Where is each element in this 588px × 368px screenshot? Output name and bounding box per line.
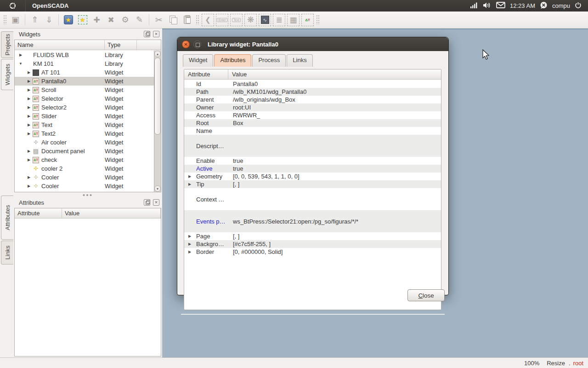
edit-widget-icon[interactable]: ✎ xyxy=(133,13,146,27)
dock-close-icon[interactable]: ✕ xyxy=(153,199,159,206)
values-element-icon[interactable]: ΔT xyxy=(301,14,314,26)
dialog-attr-row[interactable]: AccessRWRWR_ xyxy=(184,111,441,119)
expander-icon[interactable]: ▶ xyxy=(188,182,191,186)
dialog-close-icon[interactable]: ✕ xyxy=(182,40,190,48)
tree-row[interactable]: ✣Air coolerWidget xyxy=(15,138,154,147)
scroll-up-icon[interactable]: ▲ xyxy=(154,51,161,57)
dialog-col-value[interactable]: Value xyxy=(228,69,250,79)
sidebar-tab-projects[interactable]: Projects xyxy=(1,31,13,58)
widget-properties-icon[interactable]: ⚙ xyxy=(119,13,132,27)
expander-icon[interactable]: ▶ xyxy=(27,105,31,109)
tree-row[interactable]: ▶✣CoolerWidget xyxy=(15,173,154,182)
expander-icon[interactable]: ▶ xyxy=(188,234,191,238)
power-icon[interactable] xyxy=(575,2,582,10)
new-library-icon[interactable]: ★ xyxy=(62,13,75,27)
widgets-tree-scrollbar[interactable]: ▲ ▼ xyxy=(154,51,161,192)
sidebar-tab-links[interactable]: Links xyxy=(1,241,13,264)
tree-row[interactable]: ▶ΔTSelectorWidget xyxy=(15,94,154,103)
dialog-attr-row[interactable]: ▶Backgro…[#c7c5ff-255, ] xyxy=(184,240,441,248)
dialog-tab-widget[interactable]: Widget xyxy=(183,54,213,67)
sidebar-tab-widgets[interactable]: Widgets xyxy=(1,59,13,90)
dialog-attr-row[interactable]: RootBox xyxy=(184,119,441,127)
expander-icon[interactable]: ▶ xyxy=(18,53,23,57)
tree-row[interactable]: ✣cooler 2Widget xyxy=(15,164,154,173)
expander-icon[interactable]: ▶ xyxy=(27,175,31,179)
close-button[interactable]: Close xyxy=(407,289,445,301)
tree-row[interactable]: ▶FLUIDS WLBLibrary xyxy=(15,51,154,59)
tree-row[interactable]: ▼KM 101Library xyxy=(15,59,154,68)
tree-row[interactable]: ▶ΔTTextWidget xyxy=(15,121,154,129)
sidebar-tab-attributes[interactable]: Attributes xyxy=(1,196,13,240)
tree-row[interactable]: ▶ΔTPantalla0Widget xyxy=(15,77,154,86)
attr-header-value[interactable]: Value xyxy=(62,208,161,218)
form-element-icon[interactable]: Enter xyxy=(216,14,228,26)
tree-row[interactable]: ▶ΔTScrollWidget xyxy=(15,86,154,94)
save-to-db-icon[interactable]: ⇓ xyxy=(42,13,56,27)
attr-header-attribute[interactable]: Attribute xyxy=(15,208,62,218)
dialog-maximize-icon[interactable] xyxy=(193,40,201,48)
expander-icon[interactable]: ▶ xyxy=(27,123,31,127)
scroll-thumb[interactable] xyxy=(154,58,161,135)
session-user[interactable]: compu xyxy=(552,2,570,9)
expander-icon[interactable]: ▶ xyxy=(27,149,31,153)
expander-icon[interactable]: ▶ xyxy=(27,114,31,118)
dialog-tab-attributes[interactable]: Attributes xyxy=(214,54,251,67)
diagram-element-icon[interactable]: ∿ xyxy=(259,14,271,26)
protocol-element-icon[interactable]: ≣ xyxy=(273,14,285,26)
toolbar-handle[interactable] xyxy=(3,15,7,25)
tree-row[interactable]: ▶ΔTcheckWidget xyxy=(15,155,154,164)
dialog-attr-row[interactable]: Path/wlb_KM101/wdg_Pantalla0 xyxy=(184,88,441,96)
dialog-attr-row[interactable]: Enabletrue xyxy=(184,157,441,165)
dialog-attr-row[interactable]: Parent/wlb_originals/wdg_Box xyxy=(184,96,441,104)
expander-icon[interactable]: ▶ xyxy=(27,70,31,75)
dialog-attr-row[interactable]: ▶Page[, ] xyxy=(184,232,441,240)
expander-icon[interactable]: ▶ xyxy=(188,250,191,254)
expander-icon[interactable]: ▶ xyxy=(27,158,31,162)
tree-row[interactable]: ▶ΔTText2Widget xyxy=(15,129,154,138)
media-element-icon[interactable]: ❋ xyxy=(244,14,257,26)
dialog-col-attribute[interactable]: Attribute xyxy=(184,69,228,79)
dock-float-icon[interactable] xyxy=(144,199,150,206)
dialog-attr-row[interactable]: Ownerroot:UI xyxy=(184,104,441,111)
dialog-attr-row[interactable]: Descript… xyxy=(184,135,441,157)
clock[interactable]: 12:23 AM xyxy=(510,2,535,9)
add-library-icon[interactable]: ★ xyxy=(76,13,89,27)
dialog-attr-row[interactable]: IdPantalla0 xyxy=(184,80,441,88)
scroll-down-icon[interactable]: ▼ xyxy=(154,185,161,192)
expander-icon[interactable]: ▶ xyxy=(27,97,31,101)
dialog-tab-links[interactable]: Links xyxy=(287,54,312,67)
tree-header-name[interactable]: Name xyxy=(15,40,105,50)
dialog-attr-row[interactable]: ▶Border[0, #000000, Solid] xyxy=(184,248,441,256)
expander-icon[interactable]: ▶ xyxy=(27,88,31,92)
user-status-icon[interactable] xyxy=(540,1,548,11)
dialog-titlebar[interactable]: ✕ Library widget: Pantalla0 xyxy=(177,37,448,51)
dialog-attr-row[interactable]: Context … xyxy=(184,188,441,210)
dialog-attr-row[interactable]: ▶Geometry[0, 0, 539, 543, 1, 1, 0, 0] xyxy=(184,172,441,180)
dock-float-icon[interactable] xyxy=(144,31,150,37)
tree-row[interactable]: ▶▤Document panelWidget xyxy=(15,147,154,155)
dock-splitter-handle[interactable]: ●●● xyxy=(13,193,162,197)
paste-icon[interactable] xyxy=(181,13,194,27)
expander-icon[interactable]: ▼ xyxy=(18,62,23,66)
dialog-attr-row[interactable]: ▶Tip[, ] xyxy=(184,180,441,188)
expander-icon[interactable]: ▶ xyxy=(188,242,191,246)
toolbar-handle[interactable] xyxy=(316,15,320,25)
tree-header-type[interactable]: Type xyxy=(105,40,137,50)
tree-row[interactable]: ▶✣CoolerWidget xyxy=(15,182,154,190)
network-signal-icon[interactable] xyxy=(470,2,478,10)
copy-icon[interactable] xyxy=(166,13,180,27)
delete-widget-icon[interactable]: ✖ xyxy=(104,13,118,27)
text-element-icon[interactable]: Text xyxy=(230,14,243,26)
dialog-attr-row[interactable]: Name xyxy=(184,127,441,135)
dialog-attr-row[interactable]: Activetrue xyxy=(184,165,441,172)
tree-row[interactable]: ▶ΔTSelector2Widget xyxy=(15,103,154,112)
tree-row[interactable]: ▶ΔTSliderWidget xyxy=(15,112,154,121)
mail-icon[interactable] xyxy=(496,2,505,10)
widget-dev-icon[interactable]: ▣ xyxy=(9,13,22,27)
table-element-icon[interactable]: ▦ xyxy=(287,14,300,26)
volume-icon[interactable] xyxy=(483,2,492,10)
dialog-attr-row[interactable]: Events p…ws_BtPress:/Selector21:open:/pg… xyxy=(184,210,441,232)
tree-row[interactable]: ▶AT 101Widget xyxy=(15,68,154,77)
expander-icon[interactable]: ▶ xyxy=(27,79,31,83)
toolbar-handle[interactable] xyxy=(196,15,199,25)
